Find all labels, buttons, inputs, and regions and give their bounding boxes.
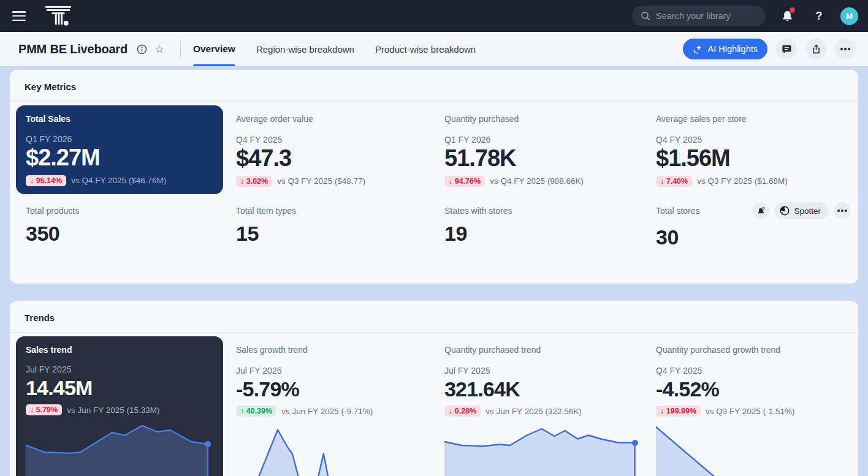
delta-badge: ↓ 95.14% (26, 175, 66, 186)
trend-card-sales-trend[interactable]: Sales trend Jul FY 2025 14.45M ↓ 5.79% v… (16, 336, 223, 476)
stat-label: States with stores (444, 206, 656, 216)
liveboard-tabs: Overview Region-wise breakdown Product-w… (193, 32, 476, 66)
trend-period: Jul FY 2025 (444, 366, 656, 376)
trend-card-sales-growth-trend[interactable]: Sales growth trend Jul FY 2025 -5.79% ↑ … (236, 336, 444, 476)
ellipsis-icon (840, 48, 850, 50)
comment-icon (782, 44, 792, 55)
comparison-text: vs Q4 FY 2025 (988.66K) (490, 176, 584, 186)
search-input[interactable]: Search your library (632, 6, 766, 26)
delta-badge: ↓ 5.79% (26, 404, 62, 415)
favorite-button[interactable]: ☆ (151, 40, 168, 58)
stat-label: Total products (26, 206, 236, 216)
kpi-period: Q1 FY 2026 (26, 134, 213, 144)
latest-point-dot (632, 440, 638, 446)
stat-total-products[interactable]: Total products 350 (16, 202, 236, 249)
delta-badge: ↑ 40.39% (236, 406, 276, 417)
stat-states-with-stores[interactable]: States with stores 19 (444, 202, 656, 249)
alert-button[interactable] (752, 202, 769, 219)
search-placeholder: Search your library (656, 11, 731, 21)
ellipsis-icon (837, 210, 847, 212)
kpi-value: $1.56M (656, 146, 852, 172)
tab-overview[interactable]: Overview (193, 32, 235, 66)
delta-badge: ↓ 94.76% (444, 176, 485, 187)
star-icon: ☆ (154, 44, 164, 55)
liveboard-canvas: Key Metrics Total Sales Q1 FY 2026 $2.27… (0, 66, 868, 476)
delta-badge: ↓ 0.28% (444, 406, 481, 417)
quantity-growth-sparkline[interactable] (656, 425, 852, 476)
stat-label: Total stores (656, 206, 700, 216)
trend-value: 321.64K (444, 377, 656, 401)
ai-highlights-button[interactable]: AI Highlights (683, 39, 767, 59)
quantity-purchased-sparkline[interactable] (444, 425, 656, 476)
trend-period: Q4 FY 2025 (656, 366, 852, 376)
tab-region-wise-breakdown[interactable]: Region-wise breakdown (256, 32, 354, 66)
more-options-button[interactable] (835, 39, 856, 59)
kpi-quantity-purchased[interactable]: Quantity purchased Q1 FY 2026 51.78K ↓ 9… (444, 105, 656, 194)
trend-value: 14.45M (26, 376, 213, 400)
menu-icon[interactable] (12, 11, 26, 21)
stat-value: 30 (656, 225, 852, 249)
logo-icon (45, 5, 71, 27)
notifications-button[interactable] (777, 6, 798, 26)
trends-title: Trends (10, 301, 858, 333)
kpi-period: Q4 FY 2025 (656, 135, 852, 145)
kpi-average-order-value[interactable]: Average order value Q4 FY 2025 $47.3 ↓ 3… (236, 105, 444, 194)
trend-period: Jul FY 2025 (26, 365, 213, 374)
info-button[interactable] (134, 40, 151, 58)
kpi-label: Average sales per store (656, 114, 852, 124)
delta-badge: ↓ 199.99% (656, 406, 701, 417)
share-button[interactable] (805, 39, 826, 59)
stat-value: 15 (236, 222, 444, 246)
kpi-label: Average order value (236, 114, 444, 124)
top-nav-bar: Search your library ? M (0, 0, 868, 32)
trend-label: Quantity purchased growth trend (656, 345, 852, 355)
kpi-value: $2.27M (26, 145, 213, 171)
kpi-row: Total Sales Q1 FY 2026 $2.27M ↓ 95.14% v… (16, 105, 852, 194)
tab-product-wise-breakdown[interactable]: Product-wise breakdown (375, 32, 476, 66)
key-metrics-panel: Key Metrics Total Sales Q1 FY 2026 $2.27… (10, 70, 858, 284)
spotter-label: Spotter (794, 206, 821, 216)
kpi-value: 51.78K (444, 146, 656, 172)
kpi-period: Q4 FY 2025 (236, 135, 444, 145)
tile-hover-toolbar: Spotter (752, 202, 851, 219)
tile-more-button[interactable] (834, 202, 851, 219)
sales-trend-sparkline[interactable] (26, 420, 213, 476)
ai-sparkle-icon (693, 44, 703, 55)
comments-button[interactable] (776, 39, 797, 59)
bell-plus-icon (756, 206, 766, 216)
share-icon (811, 44, 821, 55)
notification-dot (790, 7, 795, 13)
trend-label: Quantity purchased trend (444, 345, 656, 355)
comparison-text: vs Q3 FY 2025 (-1.51%) (706, 407, 794, 416)
kpi-card-total-sales[interactable]: Total Sales Q1 FY 2026 $2.27M ↓ 95.14% v… (16, 105, 223, 194)
stat-total-item-types[interactable]: Total Item types 15 (236, 202, 444, 249)
comparison-text: vs Jun FY 2025 (15.33M) (67, 406, 159, 415)
trend-row: Sales trend Jul FY 2025 14.45M ↓ 5.79% v… (16, 336, 852, 476)
delta-badge: ↓ 3.02% (236, 176, 272, 187)
trend-card-quantity-purchased-trend[interactable]: Quantity purchased trend Jul FY 2025 321… (444, 336, 656, 476)
trends-panel: Trends Sales trend Jul FY 2025 14.45M ↓ … (10, 301, 858, 476)
trend-period: Jul FY 2025 (236, 366, 444, 376)
key-metrics-title: Key Metrics (10, 70, 858, 102)
stat-total-stores[interactable]: Total stores (656, 202, 852, 249)
stat-label: Total Item types (236, 206, 444, 216)
info-icon (137, 44, 147, 55)
trend-value: -4.52% (656, 377, 852, 401)
stat-value: 350 (26, 222, 236, 246)
thoughtspot-logo[interactable] (45, 5, 71, 27)
stat-value: 19 (444, 222, 656, 246)
trend-card-quantity-purchased-growth-trend[interactable]: Quantity purchased growth trend Q4 FY 20… (656, 336, 852, 476)
avatar[interactable]: M (840, 7, 858, 25)
latest-point-dot (205, 441, 211, 447)
kpi-average-sales-per-store[interactable]: Average sales per store Q4 FY 2025 $1.56… (656, 105, 852, 194)
app-root: Search your library ? M PMM BE Liveboard… (0, 0, 868, 476)
help-button[interactable]: ? (809, 6, 829, 26)
divider (180, 41, 181, 57)
trend-value: -5.79% (236, 377, 444, 401)
comparison-text: vs Jun FY 2025 (322.56K) (485, 407, 582, 416)
comparison-text: vs Q4 FY 2025 ($46.76M) (71, 176, 166, 185)
spotter-button[interactable]: Spotter (774, 202, 829, 219)
sales-growth-sparkline[interactable] (236, 425, 444, 476)
kpi-label: Quantity purchased (444, 114, 656, 124)
page-title: PMM BE Liveboard (18, 42, 128, 56)
